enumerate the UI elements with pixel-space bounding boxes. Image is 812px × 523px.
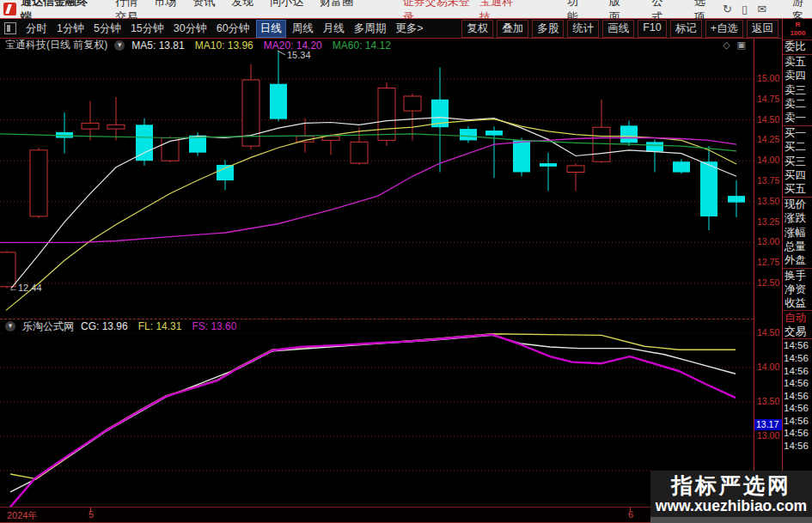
sidebar-field-卖二: 卖二 xyxy=(783,97,812,112)
mail-icon[interactable]: ✉ xyxy=(757,3,766,15)
sidebar-field-卖五: 卖五 xyxy=(783,55,812,70)
action-button-复权[interactable]: 复权 xyxy=(461,20,493,38)
menu-item-问小达[interactable]: 问小达 xyxy=(270,0,303,8)
indicator-chart[interactable] xyxy=(0,333,754,507)
tick-trade-time: 14:56 xyxy=(783,339,812,352)
chevron-down-icon[interactable]: ▾ xyxy=(5,321,15,331)
candle-body xyxy=(728,196,745,203)
candle-body xyxy=(620,125,638,143)
quote-sidebar: R 1000 委比卖五卖四卖三卖二卖一买一买二买三买四买五现价涨跌涨幅总量外盘换… xyxy=(782,19,812,523)
sidebar-field-卖四: 卖四 xyxy=(783,69,812,83)
period-tab-5分钟[interactable]: 5分钟 xyxy=(90,20,125,38)
window-layout-icon[interactable] xyxy=(4,22,16,34)
sidebar-field-买二: 买二 xyxy=(783,140,812,155)
price-axis-label: 14.25 xyxy=(757,134,779,145)
sidebar-field-总量: 总量 xyxy=(783,240,812,254)
watermark-bottom-bar xyxy=(650,517,812,523)
mobile-icon[interactable]: ▯ xyxy=(742,3,748,15)
ma-line-MA5 xyxy=(11,118,736,289)
action-button-画线[interactable]: 画线 xyxy=(602,20,634,38)
period-tab-1分钟[interactable]: 1分钟 xyxy=(53,20,88,38)
sidebar-field-买一: 买一 xyxy=(783,126,812,141)
action-button-多股[interactable]: 多股 xyxy=(532,20,564,38)
tick-trade-time: 14:56 xyxy=(783,390,812,403)
sidebar-field-涨跌: 涨跌 xyxy=(783,211,812,226)
sidebar-field-买五: 买五 xyxy=(783,183,812,198)
candle-body xyxy=(593,127,610,161)
candle-body xyxy=(700,161,717,216)
app-logo-icon[interactable] xyxy=(3,3,16,15)
action-button-统计[interactable]: 统计 xyxy=(567,20,599,38)
sidebar-corner: R 1000 xyxy=(783,19,812,40)
candle-body xyxy=(673,161,690,172)
panel-divider xyxy=(0,319,754,319)
x-axis-label: 5 xyxy=(89,509,94,520)
top-menu-bar: 通达信金融终端 行情市场资讯发现问小达财富圈交易 证券交易未登录 宝通科技 功能… xyxy=(0,0,812,19)
sidebar-field-涨幅: 涨幅 xyxy=(783,226,812,240)
menu-item-财富圈[interactable]: 财富圈 xyxy=(320,0,353,8)
sidebar-field-净资: 净资 xyxy=(783,283,812,297)
price-axis-label: 12.75 xyxy=(757,257,779,268)
tick-trade-time: 14:56 xyxy=(783,402,812,415)
candle-body xyxy=(189,136,206,153)
tdx-terminal-window: 通达信金融终端 行情市场资讯发现问小达财富圈交易 证券交易未登录 宝通科技 功能… xyxy=(0,0,812,523)
sidebar-field-自动[interactable]: 自动 xyxy=(783,311,812,325)
sidebar-field-委比: 委比 xyxy=(783,40,812,55)
period-tab-60分钟[interactable]: 60分钟 xyxy=(213,20,253,38)
indicator-values: CG: 13.96FL: 14.31FS: 13.60 xyxy=(81,320,236,332)
action-buttons: 复权叠加多股统计画线F10标记+自选返回 xyxy=(458,20,778,38)
price-axis-label: 12.50 xyxy=(757,277,779,289)
indicator-axis-label: 14.50 xyxy=(757,327,779,338)
indicator-title[interactable]: 乐淘公式网 xyxy=(22,319,74,334)
indicator-axis-label: 13.50 xyxy=(757,396,779,407)
period-tab-周线[interactable]: 周线 xyxy=(289,20,317,38)
sidebar-field-收益: 收益 xyxy=(783,297,812,312)
action-button-叠加[interactable]: 叠加 xyxy=(497,20,528,38)
refresh-icon[interactable]: ↻ xyxy=(723,3,732,15)
sidebar-field-外盘: 外盘 xyxy=(783,254,812,269)
indicator-value-label: FS: 13.60 xyxy=(192,320,236,332)
topbar-icons: ↻▯✉ xyxy=(723,3,766,15)
sidebar-field-换手: 换手 xyxy=(783,269,812,283)
price-axis-label: 13.50 xyxy=(757,196,779,207)
candle-body xyxy=(82,123,99,129)
menu-item-市场[interactable]: 市场 xyxy=(154,0,176,8)
period-tab-30分钟[interactable]: 30分钟 xyxy=(170,20,211,38)
indicator-value-label: FL: 14.31 xyxy=(138,320,182,332)
ma-line-MA10 xyxy=(6,119,736,311)
period-tab-日线[interactable]: 日线 xyxy=(256,20,286,38)
x-axis-tick xyxy=(630,508,631,511)
main-candlestick-chart[interactable]: 15.34←12.44 xyxy=(0,48,754,319)
watermark-url: www.xuezhibiao.com xyxy=(656,497,807,514)
menu-item-发现[interactable]: 发现 xyxy=(231,0,253,8)
x-axis: 2024年56 xyxy=(0,507,754,523)
period-tab-分时[interactable]: 分时 xyxy=(22,20,51,38)
menu-item-资讯[interactable]: 资讯 xyxy=(192,0,215,8)
period-tab-15分钟[interactable]: 15分钟 xyxy=(127,20,168,38)
tick-trade-time: 14:56 xyxy=(783,440,812,453)
price-annotation: 15.34 xyxy=(287,50,311,60)
period-tab-更多>[interactable]: 更多> xyxy=(392,20,426,38)
indicator-line-FL xyxy=(10,334,736,479)
indicator-header: ▾ 乐淘公式网 CG: 13.96FL: 14.31FS: 13.60 xyxy=(5,320,749,332)
candle-body xyxy=(567,166,584,173)
action-button-返回[interactable]: 返回 xyxy=(747,20,778,38)
action-button-标记[interactable]: 标记 xyxy=(670,20,702,38)
candle-body xyxy=(460,129,477,140)
price-axis-label: 13.25 xyxy=(757,216,779,228)
price-axis-label: 14.00 xyxy=(757,155,779,166)
price-axis-label: 14.75 xyxy=(757,94,779,105)
price-axis-label: 14.50 xyxy=(757,114,779,125)
tick-trade-time: 14:56 xyxy=(783,377,812,390)
period-tab-月线[interactable]: 月线 xyxy=(320,20,348,38)
sidebar-field-买四: 买四 xyxy=(783,168,812,183)
indicator-value-label: CG: 13.96 xyxy=(81,320,128,332)
last-price-badge: 13.17 xyxy=(754,419,784,430)
action-button-+自选[interactable]: +自选 xyxy=(705,20,743,38)
menu-item-行情[interactable]: 行情 xyxy=(115,0,137,8)
period-tab-多周期[interactable]: 多周期 xyxy=(351,20,390,38)
action-button-F10[interactable]: F10 xyxy=(638,20,667,38)
sidebar-field-交易[interactable]: 交易 xyxy=(783,325,812,340)
candle-body xyxy=(0,252,15,287)
candle-body xyxy=(217,165,234,180)
